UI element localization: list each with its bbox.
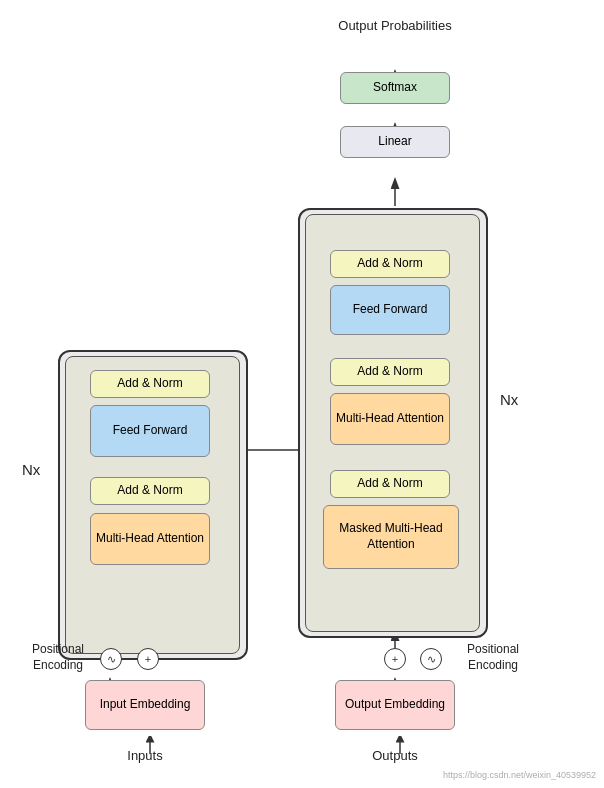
nx-right-label: Nx [500, 390, 518, 410]
decoder-masked-attention: Masked Multi-Head Attention [323, 505, 459, 569]
decoder-add-norm-3: Add & Norm [330, 250, 450, 278]
plus-symbol-left: + [137, 648, 159, 670]
input-embedding: Input Embedding [85, 680, 205, 730]
wave-symbol-left: ∿ [100, 648, 122, 670]
output-probabilities-label: Output Probabilities [315, 18, 475, 35]
diagram: Output Probabilities Softmax Linear Nx A… [0, 0, 604, 788]
softmax-box: Softmax [340, 72, 450, 104]
decoder-feed-forward: Feed Forward [330, 285, 450, 335]
plus-symbol-right: + [384, 648, 406, 670]
decoder-add-norm-1: Add & Norm [330, 470, 450, 498]
encoder-multi-head: Multi-Head Attention [90, 513, 210, 565]
wave-symbol-right: ∿ [420, 648, 442, 670]
linear-box: Linear [340, 126, 450, 158]
encoder-feed-forward: Feed Forward [90, 405, 210, 457]
encoder-inner [65, 356, 240, 654]
decoder-cross-attention: Multi-Head Attention [330, 393, 450, 445]
outputs-arrow [390, 736, 410, 756]
positional-encoding-left: Positional Encoding [18, 642, 98, 673]
watermark: https://blog.csdn.net/weixin_40539952 [443, 770, 596, 780]
output-embedding: Output Embedding [335, 680, 455, 730]
nx-left-label: Nx [22, 460, 40, 480]
positional-encoding-right: Positional Encoding [448, 642, 538, 673]
encoder-add-norm-1: Add & Norm [90, 477, 210, 505]
inputs-arrow [140, 736, 160, 756]
encoder-add-norm-2: Add & Norm [90, 370, 210, 398]
decoder-add-norm-2: Add & Norm [330, 358, 450, 386]
